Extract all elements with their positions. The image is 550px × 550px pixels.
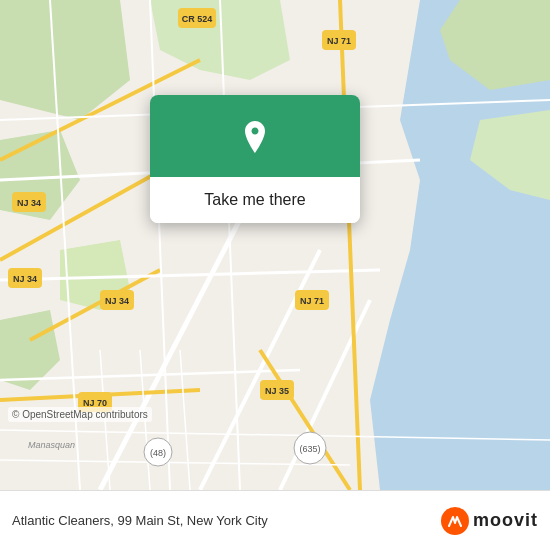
svg-text:NJ 35: NJ 35	[265, 386, 289, 396]
map-container: NJ 34 NJ 34 NJ 34 NJ 71 NJ 71 NJ 70 NJ 3…	[0, 0, 550, 490]
take-me-there-button[interactable]: Take me there	[150, 177, 360, 223]
svg-text:CR 524: CR 524	[182, 14, 213, 24]
location-pin-icon	[233, 117, 277, 161]
svg-text:NJ 34: NJ 34	[105, 296, 129, 306]
moovit-logo: moovit	[441, 507, 538, 535]
svg-text:Manasquan: Manasquan	[28, 440, 75, 450]
moovit-brand-text: moovit	[473, 510, 538, 531]
svg-text:(48): (48)	[150, 448, 166, 458]
popup-card: Take me there	[150, 95, 360, 223]
svg-text:(635): (635)	[299, 444, 320, 454]
svg-text:NJ 34: NJ 34	[13, 274, 37, 284]
map-attribution: © OpenStreetMap contributors	[8, 407, 152, 422]
svg-text:NJ 34: NJ 34	[17, 198, 41, 208]
svg-text:NJ 71: NJ 71	[300, 296, 324, 306]
bottom-bar: Atlantic Cleaners, 99 Main St, New York …	[0, 490, 550, 550]
popup-header	[150, 95, 360, 177]
location-label: Atlantic Cleaners, 99 Main St, New York …	[12, 513, 431, 528]
svg-text:NJ 71: NJ 71	[327, 36, 351, 46]
moovit-logo-icon	[441, 507, 469, 535]
